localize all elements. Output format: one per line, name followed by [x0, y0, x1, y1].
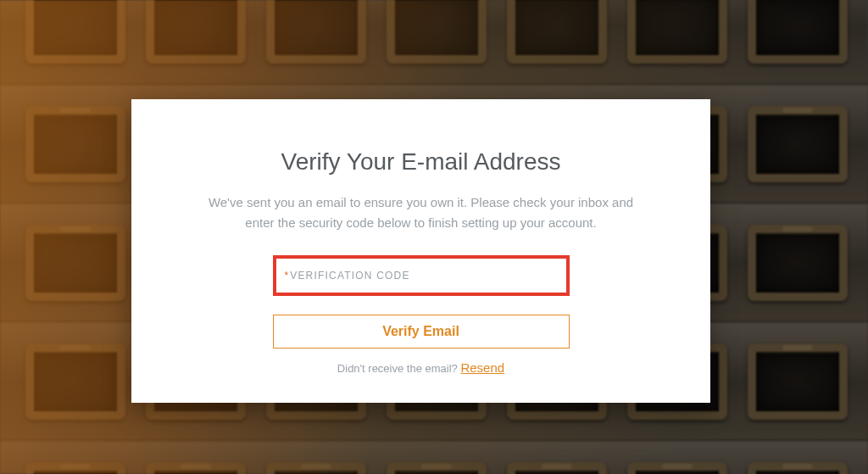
verify-email-card: Verify Your E-mail Address We've sent yo…: [131, 99, 710, 403]
verification-code-field-wrap: *: [273, 255, 570, 296]
rack-slot: [25, 225, 125, 301]
rack-slot: [387, 0, 487, 64]
rack-slot: [266, 462, 366, 474]
rack-slot: [146, 0, 246, 64]
required-asterisk-icon: *: [285, 270, 289, 282]
rack-slot: [748, 0, 848, 64]
card-title: Verify Your E-mail Address: [206, 148, 636, 176]
verify-email-button[interactable]: Verify Email: [273, 315, 570, 349]
rack-slot: [25, 106, 125, 182]
rack-slot: [146, 462, 246, 474]
card-description: We've sent you an email to ensure you ow…: [206, 192, 636, 233]
rack-slot: [25, 343, 125, 420]
resend-line: Didn't receive the email? Resend: [206, 360, 636, 375]
rack-slot: [507, 0, 607, 64]
rack-slot: [748, 462, 848, 474]
resend-link[interactable]: Resend: [460, 360, 504, 375]
rack-slot: [748, 106, 848, 182]
rack-row: [0, 0, 868, 85]
rack-slot: [25, 0, 125, 64]
rack-slot: [627, 462, 727, 474]
resend-prompt: Didn't receive the email?: [337, 362, 458, 375]
rack-slot: [627, 0, 727, 64]
rack-slot: [507, 462, 607, 474]
rack-slot: [748, 343, 848, 420]
rack-slot: [266, 0, 366, 64]
rack-slot: [387, 462, 487, 474]
rack-slot: [748, 225, 848, 301]
verification-code-input[interactable]: [290, 270, 557, 282]
rack-slot: [25, 462, 125, 474]
rack-row: [0, 441, 868, 474]
